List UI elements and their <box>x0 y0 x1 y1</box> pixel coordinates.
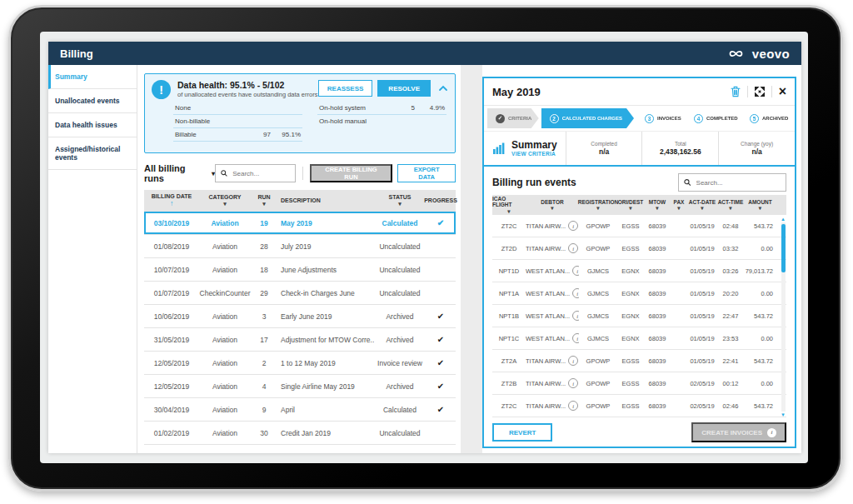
step-calculated-charges[interactable]: 2CALCULATED CHARGES <box>541 108 634 128</box>
resolve-button[interactable]: RESOLVE <box>377 80 431 97</box>
billing-run-row[interactable]: 31/05/2019Aviation17Adjustment for MTOW … <box>144 328 456 352</box>
column-header-billing-date[interactable]: BILLING DATE↑ <box>144 190 199 212</box>
event-row[interactable]: NPT1BWEST ATLAN...iGJMCSEGNX6803901/05/1… <box>492 305 786 327</box>
step-archived[interactable]: 5ARCHIVED <box>741 108 791 128</box>
info-icon[interactable]: i <box>572 266 579 276</box>
step-criteria[interactable]: ✓CRITERIA <box>487 108 539 128</box>
view-criteria-link[interactable]: VIEW CRITERIA <box>511 151 557 157</box>
event-cell-registration: GJMCS <box>579 267 617 275</box>
column-header-icao-flight[interactable]: ICAO FLIGHT▾ <box>492 195 526 215</box>
column-header-ori-dest[interactable]: ORI/DEST▾ <box>617 195 644 215</box>
event-row[interactable]: ZT2CTITAN AIRW...iGPOWPEGSS6803902/05/19… <box>492 395 786 417</box>
billing-run-row[interactable]: 03/10/2019Aviation19May 2019Calculated✔ <box>144 212 456 235</box>
column-label: RUN <box>257 194 270 201</box>
column-header-description[interactable]: DESCRIPTION <box>277 190 374 212</box>
column-header-act-date[interactable]: ACT-DATE▾ <box>687 195 717 215</box>
scrollbar-thumb[interactable] <box>781 224 786 272</box>
event-row[interactable]: ZT2DTITAN AIRW...iGPOWPEGSS6803901/05/19… <box>492 237 786 260</box>
events-scrollbar[interactable]: ▲▼ <box>780 217 786 417</box>
page-title: Billing <box>60 47 93 60</box>
column-header-amount[interactable]: AMOUNT▾ <box>744 195 776 215</box>
app-body: SummaryUnallocated eventsData health iss… <box>48 65 801 453</box>
sort-icon: ▾ <box>677 205 680 211</box>
events-header: Billing run events <box>492 170 786 195</box>
step-completed[interactable]: 4COMPLETED <box>686 108 739 128</box>
scroll-down-icon[interactable]: ▼ <box>781 412 786 417</box>
info-icon[interactable]: i <box>568 401 578 411</box>
sort-icon: ▾ <box>596 205 599 211</box>
column-header-registration[interactable]: REGISTRATION▾ <box>579 195 617 215</box>
step-number: 4 <box>694 114 703 123</box>
create-invoices-button[interactable]: CREATE INVOICES i <box>691 422 786 442</box>
sidebar-item-unallocated-events[interactable]: Unallocated events <box>48 89 137 113</box>
event-cell-registration: GJMCS <box>579 312 617 320</box>
close-icon[interactable]: × <box>779 85 786 98</box>
billing-run-row[interactable]: 01/07/2019CheckinCounter29Check-in Charg… <box>144 282 456 305</box>
step-label: INVOICES <box>657 116 681 121</box>
scrollbar-track[interactable] <box>781 222 786 412</box>
events-search-input[interactable] <box>695 178 781 187</box>
run-category: Aviation <box>199 242 251 251</box>
info-icon[interactable]: i <box>572 288 579 298</box>
event-cell-amount: 79,013.72 <box>744 267 776 275</box>
icon-divider <box>771 86 772 97</box>
billing-runs-search-input[interactable] <box>231 169 290 178</box>
info-icon[interactable]: i <box>572 311 579 321</box>
veovo-logo-icon <box>728 48 748 59</box>
stat-label: On-hold manual <box>319 117 390 125</box>
step-invoices[interactable]: 3INVOICES <box>636 108 683 128</box>
info-icon[interactable]: i <box>568 221 578 231</box>
sidebar-item-assigned-historical-events[interactable]: Assigned/historical events <box>48 137 137 170</box>
revert-button[interactable]: REVERT <box>492 423 552 442</box>
column-header-run[interactable]: RUN▾ <box>251 190 277 212</box>
column-header-debtor[interactable]: DEBTOR▾ <box>526 195 579 215</box>
event-row[interactable]: NPT1DWEST ATLAN...iGJMCSEGNX6803901/05/1… <box>492 260 786 282</box>
run-description: April <box>277 406 374 414</box>
delete-run-icon[interactable] <box>731 86 741 97</box>
column-header-progress[interactable]: PROGRESS <box>426 190 456 212</box>
run-number: 30 <box>251 429 277 437</box>
info-icon[interactable]: i <box>568 243 578 253</box>
billing-run-row[interactable]: 12/05/2019Aviation4Single Airline May 20… <box>144 375 456 398</box>
event-cell-amount: 0.00 <box>744 245 776 252</box>
scroll-up-icon[interactable]: ▲ <box>781 217 786 222</box>
billing-run-row[interactable]: 10/07/2019Aviation18June AdjustmentsUnca… <box>144 258 456 282</box>
info-icon[interactable]: i <box>568 356 578 366</box>
info-icon[interactable]: i <box>568 378 578 388</box>
data-health-text: Data health: 95.1% - 5/102 of unallocate… <box>177 80 317 98</box>
event-row[interactable]: ZT2CTITAN AIRW...iGPOWPEGSS6803901/05/19… <box>492 215 786 237</box>
run-description: May 2019 <box>277 219 374 227</box>
export-data-button[interactable]: EXPORT DATA <box>397 164 456 182</box>
event-row[interactable]: NPT1CWEST ATLAN...iGJMCSEGNX6803901/05/1… <box>492 327 786 350</box>
event-row[interactable]: ZT2ATITAN AIRW...iGPOWPEGSS6803901/05/19… <box>492 350 786 372</box>
reassess-button[interactable]: REASSESS <box>318 80 373 97</box>
event-row[interactable]: NPT1AWEST ATLAN...iGJMCSEGNX6803901/05/1… <box>492 282 786 305</box>
billing-run-row[interactable]: 10/06/2019Aviation3Early June 2019Archiv… <box>144 305 456 328</box>
event-cell-act-time: 22:47 <box>717 312 744 320</box>
create-billing-run-button[interactable]: CREATE BILLING RUN <box>310 164 392 182</box>
info-icon[interactable]: i <box>572 333 579 343</box>
column-header-pax[interactable]: PAX▾ <box>671 195 687 215</box>
collapse-chevron-icon[interactable] <box>438 85 448 92</box>
column-header-act-time[interactable]: ACT-TIME▾ <box>717 195 744 215</box>
column-header-category[interactable]: CATEGORY▾ <box>199 190 251 212</box>
sidebar-item-summary[interactable]: Summary <box>48 65 137 89</box>
column-label: DEBTOR <box>541 199 563 205</box>
billing-run-row[interactable]: 01/02/2019Aviation30Credit Jan 2019Uncal… <box>144 422 456 445</box>
sidebar-item-data-health-issues[interactable]: Data health issues <box>48 113 137 137</box>
billing-run-row[interactable]: 01/08/2019Aviation28July 2019Uncalculate… <box>144 235 456 258</box>
run-status: Uncalculated <box>374 289 426 297</box>
event-cell-registration: GPOWP <box>579 222 617 230</box>
expand-icon[interactable] <box>755 87 765 97</box>
run-number: 28 <box>251 242 277 251</box>
billing-run-row[interactable]: 12/05/2019Aviation21 to 12 May 2019Invoi… <box>144 352 456 375</box>
data-health-stat-row: Non-billable <box>173 115 302 128</box>
event-row[interactable]: ZT2BTITAN AIRW...iGPOWPEGSS6803902/05/19… <box>492 372 786 395</box>
billing-run-row[interactable]: 30/04/2019Aviation9AprilCalculated✔ <box>144 398 456 422</box>
sort-icon: ▾ <box>656 205 658 211</box>
billing-runs-pane: ! Data health: 95.1% - 5/102 of unalloca… <box>144 73 456 445</box>
billing-runs-filter-dropdown[interactable]: All billing runs ▾ <box>144 163 215 183</box>
column-header-status[interactable]: STATUS▾ <box>374 190 426 212</box>
event-cell-debtor: TITAN AIRW...i <box>526 401 579 411</box>
column-header-mtow[interactable]: MTOW▾ <box>644 195 671 215</box>
